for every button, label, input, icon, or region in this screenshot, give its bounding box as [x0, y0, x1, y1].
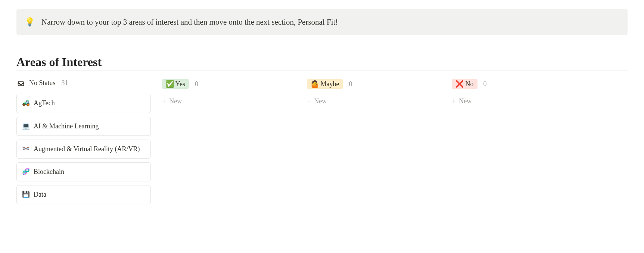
glasses-icon: 👓	[22, 144, 30, 153]
column-label: No Status	[29, 79, 56, 87]
tag-no: ❌ No	[452, 79, 477, 89]
column-label: No	[466, 80, 474, 88]
add-new-maybe[interactable]: + New	[306, 96, 441, 107]
plus-icon: +	[307, 97, 311, 106]
column-count: 0	[483, 80, 487, 88]
tractor-icon: 🚜	[22, 99, 30, 107]
card-title: Data	[34, 190, 46, 199]
column-label: Yes	[175, 80, 185, 88]
card-ar-vr[interactable]: 👓 Augmented & Virtual Reality (AR/VR)	[16, 140, 151, 159]
lightbulb-icon: 💡	[25, 17, 35, 27]
page-title: Areas of Interest	[16, 55, 628, 69]
card-blockchain[interactable]: 🧬 Blockchain	[16, 162, 151, 181]
column-header-no[interactable]: ❌ No 0	[451, 79, 585, 89]
tag-yes: ✅ Yes	[162, 79, 189, 89]
column-count: 0	[195, 80, 198, 88]
laptop-icon: 💻	[22, 122, 30, 131]
callout: 💡 Narrow down to your top 3 areas of int…	[16, 9, 628, 35]
add-new-yes[interactable]: + New	[161, 96, 296, 107]
column-label: Maybe	[321, 80, 339, 88]
plus-icon: +	[162, 97, 166, 106]
column-count: 0	[349, 80, 352, 88]
x-icon: ❌	[455, 80, 464, 88]
callout-text: Narrow down to your top 3 areas of inter…	[41, 16, 338, 28]
column-no: ❌ No 0 + New	[451, 79, 585, 208]
card-title: AgTech	[34, 99, 55, 108]
column-count: 31	[62, 79, 68, 87]
kanban-board: No Status 31 🚜 AgTech 💻 AI & Machine Lea…	[16, 71, 628, 208]
column-header-maybe[interactable]: 🤷 Maybe 0	[306, 79, 441, 89]
floppy-icon: 💾	[22, 190, 30, 199]
column-header-yes[interactable]: ✅ Yes 0	[161, 79, 296, 89]
plus-icon: +	[452, 97, 456, 106]
column-yes: ✅ Yes 0 + New	[161, 79, 296, 208]
column-no-status: No Status 31 🚜 AgTech 💻 AI & Machine Lea…	[16, 79, 151, 208]
column-header-no-status[interactable]: No Status 31	[16, 79, 151, 87]
add-new-no[interactable]: + New	[451, 96, 585, 107]
card-title: Augmented & Virtual Reality (AR/VR)	[34, 144, 140, 154]
check-icon: ✅	[166, 80, 174, 88]
card-agtech[interactable]: 🚜 AgTech	[16, 94, 151, 113]
inbox-icon	[17, 79, 25, 87]
new-label: New	[459, 97, 472, 105]
card-title: AI & Machine Learning	[34, 122, 99, 131]
card-ai-ml[interactable]: 💻 AI & Machine Learning	[16, 117, 151, 136]
column-maybe: 🤷 Maybe 0 + New	[306, 79, 441, 208]
new-label: New	[169, 97, 182, 105]
card-data[interactable]: 💾 Data	[16, 185, 151, 204]
card-title: Blockchain	[34, 167, 64, 177]
tag-maybe: 🤷 Maybe	[307, 79, 343, 89]
new-label: New	[314, 97, 327, 105]
shrug-icon: 🤷	[311, 80, 319, 88]
dna-icon: 🧬	[22, 167, 30, 176]
